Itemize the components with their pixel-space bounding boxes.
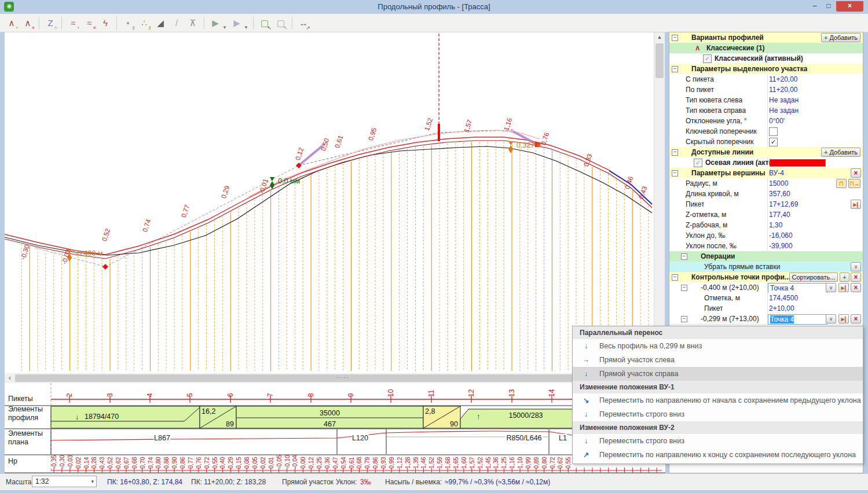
hp-value: 0,72 <box>549 457 556 469</box>
line-icon[interactable]: / <box>169 16 184 30</box>
button-lock[interactable]: ⊓ <box>836 179 847 188</box>
row-value[interactable]: 1,30 <box>769 221 782 229</box>
button-sort[interactable]: Сортировать... <box>789 273 838 282</box>
row-value[interactable]: 357,60 <box>769 190 790 198</box>
row-label: Пикет <box>686 200 704 208</box>
menu-item[interactable]: ↗Переместить по направлению к концу с со… <box>573 448 863 462</box>
horizontal-scrollbar[interactable]: ‹ ····· › <box>5 373 665 383</box>
picket-icon: ▸| <box>841 315 847 322</box>
hp-value: 0,67 <box>123 457 130 469</box>
expand-collapse-icon[interactable]: – <box>672 274 678 281</box>
button-drop[interactable]: ∨ <box>851 262 861 271</box>
hp-value: 0,93 <box>380 457 387 469</box>
measure-icon[interactable]: ↔↗ <box>296 16 311 30</box>
column-divider <box>767 105 768 116</box>
line-color-swatch[interactable] <box>770 159 826 167</box>
menu-item[interactable]: →Прямой участок слева <box>573 353 863 367</box>
expand-collapse-icon[interactable]: – <box>672 149 678 156</box>
scales-icon[interactable]: ⊼ <box>185 16 200 30</box>
point-z-icon[interactable]: •z <box>120 16 135 30</box>
minimize-button[interactable]: – <box>808 1 821 12</box>
find-gradient-icon[interactable]: Z○ <box>43 16 58 30</box>
expand-collapse-icon[interactable]: – <box>681 253 687 260</box>
profile-element-cell[interactable] <box>51 406 200 428</box>
menu-item[interactable]: ↓Переместить строго вниз <box>573 434 863 448</box>
row-value[interactable]: 11+20,00 <box>769 86 798 94</box>
button-picket[interactable]: ▸| <box>851 200 861 209</box>
button-del[interactable]: × <box>851 273 861 282</box>
menu-item-label: Прямой участок слева <box>599 353 675 367</box>
vertex-diamond-marker[interactable] <box>102 264 108 270</box>
combo-arrow-icon[interactable]: ▾ <box>91 476 94 487</box>
button-picket[interactable]: ▸| <box>838 283 849 292</box>
hp-value: 0,90 <box>171 457 178 469</box>
row-label: Классический (активный) <box>715 54 803 62</box>
row-label: Параметры выделенного участка <box>691 65 807 73</box>
row-value[interactable]: ВУ-4 <box>769 169 784 177</box>
vertical-scrollbar[interactable]: ▲ ▼ <box>654 32 665 373</box>
expand-collapse-icon[interactable]: – <box>681 285 687 291</box>
button-del[interactable]: × <box>851 283 861 292</box>
application-window: ✳ Продольный профиль - [Трасса] – □ × ∧+… <box>0 0 868 493</box>
row-value[interactable]: 17+12,69 <box>769 200 798 208</box>
expand-collapse-icon[interactable]: – <box>672 35 678 41</box>
next-flag-icon[interactable]: ▶▼ <box>229 16 244 30</box>
value-checkbox[interactable] <box>769 127 778 136</box>
hp-value: 0,68 <box>131 457 138 469</box>
delete-line-icon[interactable]: ≈× <box>82 16 97 30</box>
add-line-icon[interactable]: ≈+ <box>65 16 80 30</box>
button-picket[interactable]: ▸| <box>838 314 849 323</box>
close-button[interactable]: × <box>836 1 863 12</box>
play-flag-icon[interactable]: ▶▼ <box>208 16 223 30</box>
menu-item[interactable]: ↓Переместить строго вниз <box>573 407 863 421</box>
expand-collapse-icon[interactable]: – <box>681 316 687 322</box>
button-add[interactable]: + Добавить <box>821 148 860 157</box>
maximize-button[interactable]: □ <box>822 1 835 12</box>
row-value[interactable]: Точка 4 <box>768 283 827 293</box>
row-value[interactable]: Не задан <box>769 106 799 115</box>
profile-chart-canvas[interactable]: -0,30-0,030,520,740,770,29-0,010,120,500… <box>5 32 654 373</box>
row-value[interactable]: -16,060 <box>769 231 793 240</box>
button-plus[interactable]: + <box>840 273 849 282</box>
scale-combobox[interactable]: 1:32 ▾ <box>32 476 97 487</box>
checkbox-icon[interactable]: ✓ <box>703 54 712 63</box>
row-value[interactable]: -39,900 <box>769 242 793 250</box>
add-vertex-icon[interactable]: ∧+ <box>4 16 19 30</box>
row-value[interactable]: 174,4500 <box>769 294 798 302</box>
angle-icon[interactable]: ◢ <box>153 16 168 30</box>
picket-number: 14 <box>548 389 556 397</box>
button-lockarr[interactable]: ⊓↔ <box>848 179 860 188</box>
row-value[interactable]: Не задан <box>769 96 799 104</box>
row-value[interactable]: 177,40 <box>769 211 790 219</box>
working-elevation-label: 0,43 <box>638 185 648 200</box>
menu-item[interactable]: ↓Весь профиль на 0,299 м вниз <box>573 339 863 353</box>
vertical-scroll-thumb[interactable] <box>655 43 664 78</box>
delete-vertex-icon[interactable]: ∧× <box>20 16 35 30</box>
scroll-up-icon[interactable]: ▲ <box>655 32 664 42</box>
scroll-left-icon[interactable]: ‹ <box>5 374 14 382</box>
expand-collapse-icon[interactable]: – <box>672 66 678 72</box>
select-rect2-icon[interactable]: ▢↖ <box>273 16 288 30</box>
button-del[interactable]: × <box>851 168 861 178</box>
panel-row-5: С пикета11+20,00 <box>669 74 863 85</box>
button-add[interactable]: + Добавить <box>821 33 860 42</box>
recalc-icon[interactable]: ϟ <box>98 16 113 30</box>
row-value[interactable]: 11+20,00 <box>769 75 798 83</box>
row-value[interactable]: 15000 <box>769 179 788 187</box>
checkbox-icon[interactable]: ✓ <box>694 159 702 167</box>
row-value[interactable]: 0°00' <box>769 117 785 125</box>
button-drop[interactable]: ∨ <box>826 283 836 292</box>
row-value[interactable]: 2+10,00 <box>769 304 794 312</box>
expand-collapse-icon[interactable]: – <box>672 170 678 176</box>
points-z-icon[interactable]: ∴z <box>137 16 152 30</box>
menu-item[interactable]: ↘Переместить по направлению от начала с … <box>573 393 863 407</box>
horizontal-scroll-thumb[interactable]: ····· <box>15 374 646 382</box>
menu-item[interactable]: ↓Прямой участок справа <box>573 367 863 381</box>
row-value[interactable]: Точка 4 <box>768 314 827 325</box>
move-from-start-icon: ↘ <box>581 393 591 407</box>
value-checkbox[interactable]: ✓ <box>769 138 778 146</box>
select-rect-icon[interactable]: ▢↖ <box>257 16 272 30</box>
button-drop[interactable]: ∨ <box>826 314 836 323</box>
button-del[interactable]: × <box>851 314 861 323</box>
toolbar-separator <box>61 17 62 30</box>
